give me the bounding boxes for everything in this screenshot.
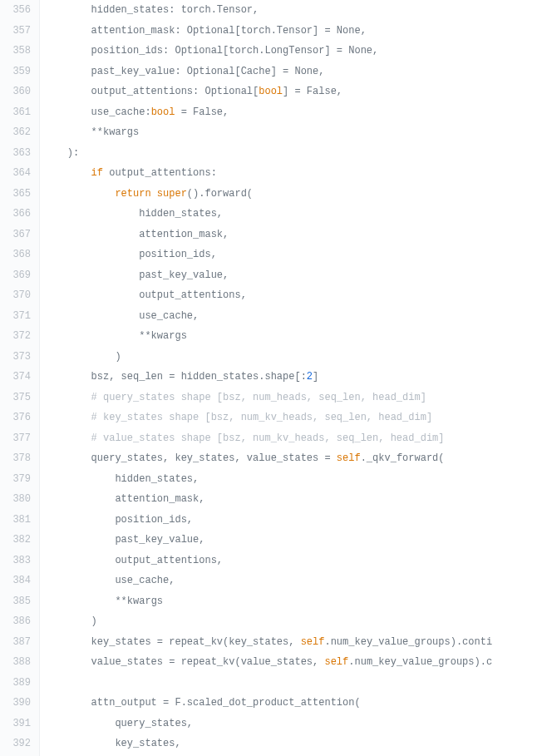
code-line: return super().forward( bbox=[43, 184, 537, 205]
code-line: attention_mask, bbox=[43, 489, 537, 510]
comment: # value_states shape [bsz, num_kv_heads,… bbox=[91, 432, 445, 444]
line-number: 385 bbox=[7, 591, 31, 612]
line-number: 373 bbox=[7, 347, 31, 368]
code-content[interactable]: hidden_states: torch.Tensor, attention_m… bbox=[40, 0, 537, 756]
code-line: value_states = repeat_kv(value_states, s… bbox=[43, 652, 537, 673]
line-number: 369 bbox=[7, 265, 31, 286]
line-number: 389 bbox=[7, 673, 31, 694]
code-line: past_key_value, bbox=[43, 530, 537, 551]
line-number: 370 bbox=[7, 285, 31, 306]
line-number: 364 bbox=[7, 163, 31, 184]
code-line: if output_attentions: bbox=[43, 163, 537, 184]
self-ref: self bbox=[337, 452, 361, 464]
code-line: # query_states shape [bsz, num_heads, se… bbox=[43, 388, 537, 408]
line-number: 357 bbox=[7, 21, 31, 42]
line-number: 391 bbox=[7, 714, 31, 734]
code-line: hidden_states: torch.Tensor, bbox=[43, 0, 537, 21]
line-number: 363 bbox=[7, 143, 31, 164]
code-line: use_cache, bbox=[43, 571, 537, 591]
line-number: 384 bbox=[7, 571, 31, 591]
line-number: 380 bbox=[7, 489, 31, 510]
line-number: 376 bbox=[7, 408, 31, 428]
code-line: attn_output = F.scaled_dot_product_atten… bbox=[43, 693, 537, 714]
code-line: past_key_value: Optional[Cache] = None, bbox=[43, 62, 537, 82]
line-number: 387 bbox=[7, 632, 31, 653]
code-line: hidden_states, bbox=[43, 469, 537, 490]
line-number: 362 bbox=[7, 122, 31, 143]
line-number: 361 bbox=[7, 102, 31, 123]
line-number: 390 bbox=[7, 693, 31, 714]
code-line: ) bbox=[43, 347, 537, 368]
line-number: 371 bbox=[7, 306, 31, 327]
keyword: bool bbox=[151, 106, 175, 118]
code-line: # value_states shape [bsz, num_kv_heads,… bbox=[43, 428, 537, 449]
line-number: 381 bbox=[7, 510, 31, 531]
code-line: attention_mask, bbox=[43, 225, 537, 245]
comment: # query_states shape [bsz, num_heads, se… bbox=[91, 392, 426, 403]
line-number: 366 bbox=[7, 204, 31, 225]
line-number: 377 bbox=[7, 428, 31, 449]
code-line: use_cache:bool = False, bbox=[43, 102, 537, 123]
code-line: key_states, bbox=[43, 734, 537, 754]
line-number: 374 bbox=[7, 367, 31, 388]
line-number: 392 bbox=[7, 734, 31, 754]
code-line: attention_mask: Optional[torch.Tensor] =… bbox=[43, 21, 537, 42]
line-number: 365 bbox=[7, 184, 31, 205]
line-number: 359 bbox=[7, 62, 31, 82]
self-ref: self bbox=[324, 656, 348, 668]
line-number: 388 bbox=[7, 652, 31, 673]
line-number: 375 bbox=[7, 388, 31, 408]
code-line: query_states, key_states, value_states =… bbox=[43, 448, 537, 469]
line-number-gutter: 3563573583593603613623633643653663673683… bbox=[0, 0, 40, 756]
code-line: position_ids: Optional[torch.LongTensor]… bbox=[43, 41, 537, 62]
keyword: super bbox=[157, 188, 187, 200]
code-line: output_attentions, bbox=[43, 551, 537, 571]
line-number: 367 bbox=[7, 225, 31, 245]
line-number: 360 bbox=[7, 82, 31, 102]
keyword: bool bbox=[259, 86, 283, 97]
line-number: 372 bbox=[7, 326, 31, 347]
line-number: 383 bbox=[7, 551, 31, 571]
keyword: return bbox=[115, 188, 150, 200]
line-number: 368 bbox=[7, 245, 31, 265]
code-line: position_ids, bbox=[43, 510, 537, 531]
code-line: use_cache, bbox=[43, 306, 537, 327]
code-line: output_attentions, bbox=[43, 285, 537, 306]
code-line: hidden_states, bbox=[43, 204, 537, 225]
code-line: **kwargs bbox=[43, 326, 537, 347]
code-line: ) bbox=[43, 611, 537, 632]
code-line: past_key_value, bbox=[43, 265, 537, 286]
code-line: query_states, bbox=[43, 714, 537, 734]
self-ref: self bbox=[301, 636, 325, 648]
code-line: ): bbox=[43, 143, 537, 164]
line-number: 378 bbox=[7, 448, 31, 469]
keyword: if bbox=[91, 167, 103, 179]
line-number: 358 bbox=[7, 41, 31, 62]
code-line: # key_states shape [bsz, num_kv_heads, s… bbox=[43, 408, 537, 428]
code-line: key_states = repeat_kv(key_states, self.… bbox=[43, 632, 537, 653]
code-line: output_attentions: Optional[bool] = Fals… bbox=[43, 82, 537, 102]
number: 2 bbox=[307, 371, 313, 383]
code-viewer: 3563573583593603613623633643653663673683… bbox=[0, 0, 537, 756]
line-number: 386 bbox=[7, 611, 31, 632]
code-line: position_ids, bbox=[43, 245, 537, 265]
code-line: bsz, seq_len = hidden_states.shape[:2] bbox=[43, 367, 537, 388]
code-line: **kwargs bbox=[43, 591, 537, 612]
code-line bbox=[43, 673, 537, 694]
code-line: **kwargs bbox=[43, 122, 537, 143]
line-number: 379 bbox=[7, 469, 31, 490]
line-number: 356 bbox=[7, 0, 31, 21]
comment: # key_states shape [bsz, num_kv_heads, s… bbox=[91, 412, 432, 423]
line-number: 382 bbox=[7, 530, 31, 551]
